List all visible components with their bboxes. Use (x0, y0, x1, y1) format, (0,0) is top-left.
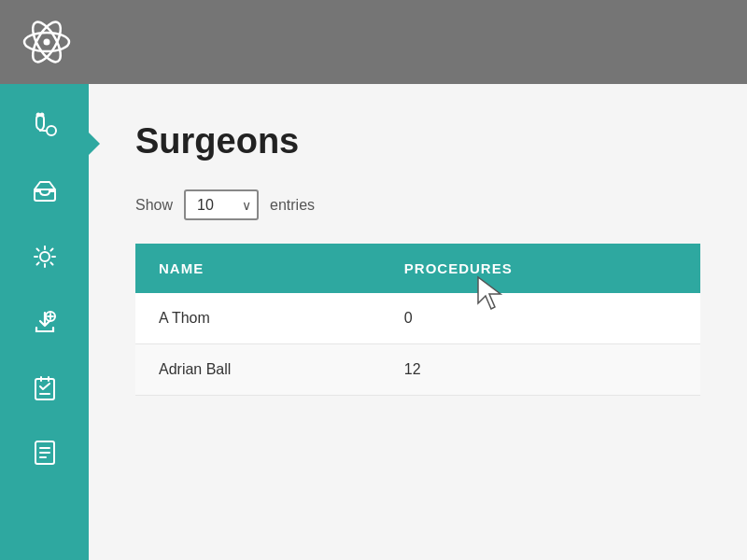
col-name: NAME (135, 244, 381, 293)
sidebar (0, 84, 89, 560)
clipboard-icon (33, 374, 57, 400)
table-header: NAME PROCEDURES (135, 244, 700, 293)
report-icon (33, 440, 57, 466)
svg-rect-11 (35, 379, 54, 399)
gear-icon (32, 244, 58, 270)
sidebar-arrow (87, 131, 100, 157)
svg-point-4 (47, 126, 56, 135)
main-layout: Surgeons Show 10 25 50 100 entries NAME … (0, 84, 747, 560)
sidebar-item-settings[interactable] (21, 233, 68, 280)
table-body: A Thom0Adrian Ball12 (135, 293, 700, 396)
cell-surgeon-name: A Thom (135, 293, 381, 344)
content-area: Surgeons Show 10 25 50 100 entries NAME … (89, 84, 747, 560)
page-title: Surgeons (135, 121, 700, 161)
header-row: NAME PROCEDURES (135, 244, 700, 293)
table-row: Adrian Ball12 (135, 344, 700, 396)
inbox-icon (32, 178, 58, 204)
cell-procedures: 12 (381, 344, 700, 396)
svg-point-9 (40, 252, 49, 261)
top-bar (0, 0, 747, 84)
cell-procedures: 0 (381, 293, 700, 344)
show-label: Show (135, 197, 173, 214)
entries-select-wrapper[interactable]: 10 25 50 100 (184, 189, 259, 220)
sidebar-item-clipboard[interactable] (21, 364, 68, 411)
sidebar-item-download[interactable] (21, 299, 68, 345)
logo (19, 14, 75, 70)
atom-icon (22, 18, 71, 66)
sidebar-item-report[interactable] (21, 429, 68, 476)
download-icon (32, 309, 58, 335)
sidebar-item-stethoscope[interactable] (21, 103, 68, 149)
entries-label: entries (270, 197, 315, 214)
surgeons-table: NAME PROCEDURES A Thom0Adrian Ball12 (135, 244, 700, 396)
table-row: A Thom0 (135, 293, 700, 344)
svg-point-3 (44, 39, 50, 46)
col-procedures: PROCEDURES (381, 244, 700, 293)
entries-select[interactable]: 10 25 50 100 (184, 189, 259, 220)
svg-point-6 (36, 113, 40, 117)
cell-surgeon-name: Adrian Ball (135, 344, 381, 396)
sidebar-item-inbox[interactable] (21, 168, 68, 215)
entries-control: Show 10 25 50 100 entries (135, 189, 700, 220)
stethoscope-icon (31, 112, 59, 140)
svg-point-7 (40, 113, 44, 117)
